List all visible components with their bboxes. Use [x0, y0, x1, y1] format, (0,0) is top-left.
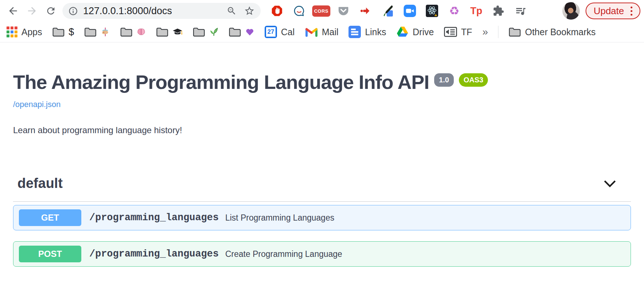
cal-label: Cal	[281, 27, 295, 37]
folder-icon	[509, 27, 521, 37]
herb-icon	[209, 27, 219, 37]
color-picker-extension-icon[interactable]	[379, 3, 396, 19]
folder-icon	[120, 27, 133, 37]
folder-icon	[229, 27, 241, 37]
gmail-icon	[305, 26, 318, 37]
bookmark-folder-purple-heart[interactable]	[229, 27, 254, 37]
share-arrow-extension-icon[interactable]	[357, 3, 374, 19]
endpoint-path: /programming_languages	[89, 249, 219, 259]
bookmarks-bar: Apps $ 27 Cal	[0, 22, 644, 42]
folder-icon	[84, 27, 97, 37]
tf-label: TF	[461, 27, 472, 37]
endpoint-summary: List Programming Languages	[225, 213, 334, 223]
bookmark-folder-brain[interactable]	[120, 27, 146, 37]
address-bar[interactable]: 127.0.0.1:8000/docs	[62, 3, 261, 19]
forward-arrow-icon	[26, 5, 38, 17]
swagger-ui-page: The Amazing Programming Language Info AP…	[0, 71, 644, 267]
profile-avatar[interactable]	[562, 2, 580, 20]
chat-bubble-extension-icon[interactable]	[291, 3, 307, 19]
announcement-card-icon	[444, 27, 457, 37]
bookmark-gmail[interactable]: Mail	[305, 26, 339, 37]
browser-menu-icon[interactable]	[631, 7, 632, 16]
browser-window: 127.0.0.1:8000/docs CORS	[0, 0, 644, 267]
openapi-json-link[interactable]: /openapi.json	[13, 100, 61, 109]
links-label: Links	[365, 27, 386, 37]
section-default-title: default	[17, 176, 63, 191]
browser-toolbar: 127.0.0.1:8000/docs CORS	[0, 0, 644, 22]
tag-section-default: default	[13, 176, 631, 202]
collapse-section-button[interactable]	[603, 180, 616, 188]
recycle-extension-icon[interactable]: ♻	[446, 3, 462, 19]
endpoint-path: /programming_languages	[89, 212, 219, 223]
bookmark-folder-carousel[interactable]	[84, 27, 110, 37]
links-icon	[349, 26, 361, 38]
reload-button[interactable]	[41, 1, 60, 20]
folder-icon	[193, 27, 205, 37]
oas3-badge: OAS3	[459, 73, 488, 87]
endpoint-summary: Create Programming Language	[225, 249, 342, 259]
adblock-extension-icon[interactable]	[269, 3, 285, 19]
bookmark-calendar[interactable]: 27 Cal	[265, 26, 295, 38]
bookmark-folder-dollar[interactable]: $	[52, 26, 74, 38]
brain-icon	[136, 27, 146, 37]
purple-heart-icon	[245, 27, 254, 37]
reload-icon	[45, 5, 56, 16]
mail-label: Mail	[322, 27, 339, 37]
folder-icon	[156, 27, 168, 37]
bookmark-tf[interactable]: TF	[444, 27, 472, 37]
post-method-badge: POST	[19, 246, 81, 262]
update-button[interactable]: Update	[586, 3, 640, 19]
back-arrow-icon	[7, 5, 19, 17]
puzzle-extensions-menu-icon[interactable]	[490, 3, 507, 19]
get-method-badge: GET	[19, 209, 81, 226]
endpoint-post-programming-languages[interactable]: POST /programming_languages Create Progr…	[13, 241, 631, 267]
endpoint-get-programming-languages[interactable]: GET /programming_languages List Programm…	[13, 205, 631, 230]
other-bookmarks-label: Other Bookmarks	[525, 27, 596, 37]
apps-label: Apps	[21, 27, 42, 37]
zoom-out-icon[interactable]	[227, 6, 237, 16]
bookmarks-separator	[498, 26, 498, 38]
google-calendar-icon: 27	[265, 26, 277, 38]
extensions-strip: CORS ♻ Tp	[269, 3, 529, 19]
google-drive-icon	[396, 26, 409, 37]
back-button[interactable]	[4, 1, 23, 20]
chevron-down-icon	[603, 180, 616, 188]
update-label: Update	[594, 5, 624, 17]
forward-button[interactable]	[23, 1, 41, 20]
graduation-cap-icon	[172, 27, 183, 37]
dollar-sign-label: $	[69, 26, 74, 38]
bookmark-links[interactable]: Links	[349, 26, 386, 38]
bookmark-apps[interactable]: Apps	[7, 26, 42, 37]
apps-grid-icon	[7, 26, 17, 37]
bookmark-folder-graduation[interactable]	[156, 27, 183, 37]
other-bookmarks[interactable]: Other Bookmarks	[509, 27, 596, 37]
carousel-horse-icon	[101, 27, 110, 37]
page-title: The Amazing Programming Language Info AP…	[13, 71, 429, 93]
drive-label: Drive	[413, 27, 434, 37]
bookmark-star-icon[interactable]	[244, 5, 255, 16]
bookmark-folder-herb[interactable]	[193, 27, 219, 37]
folder-icon	[52, 27, 65, 37]
bookmarks-overflow-chevron[interactable]: »	[482, 26, 488, 38]
url-text[interactable]: 127.0.0.1:8000/docs	[83, 5, 227, 17]
react-devtools-extension-icon[interactable]	[424, 3, 440, 19]
bookmark-drive[interactable]: Drive	[396, 26, 434, 37]
zoom-extension-icon[interactable]	[402, 3, 418, 19]
site-info-icon[interactable]	[68, 6, 78, 16]
version-badge: 1.0	[434, 73, 454, 87]
tp-extension-icon[interactable]: Tp	[468, 3, 485, 19]
pocket-extension-icon[interactable]	[335, 3, 352, 19]
api-description: Learn about programming language history…	[13, 125, 631, 135]
cors-extension-icon[interactable]: CORS	[313, 3, 330, 19]
playlist-music-extension-icon[interactable]	[512, 3, 529, 19]
